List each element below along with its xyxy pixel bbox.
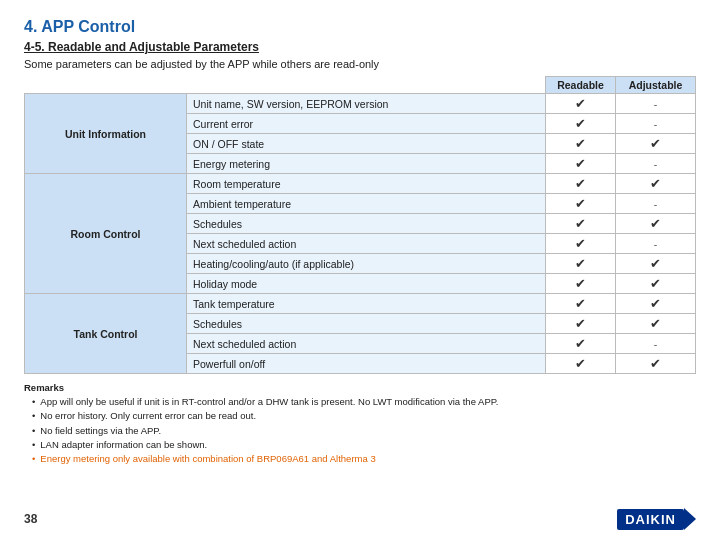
param-name: Heating/cooling/auto (if applicable) [186,254,545,274]
param-name: ON / OFF state [186,134,545,154]
adjustable-cell: - [616,234,696,254]
row-group-label: Room Control [25,174,187,294]
page: 4. APP Control 4-5. Readable and Adjusta… [0,0,720,540]
param-name: Current error [186,114,545,134]
remark-item: LAN adapter information can be shown. [32,438,696,451]
page-number: 38 [24,512,37,526]
readable-cell [546,314,616,334]
param-name: Tank temperature [186,294,545,314]
adjustable-cell: - [616,154,696,174]
adjustable-cell: - [616,334,696,354]
param-name: Energy metering [186,154,545,174]
remark-item: No field settings via the APP. [32,424,696,437]
adjustable-cell [616,274,696,294]
remarks-section: Remarks App will only be useful if unit … [24,382,696,466]
adjustable-cell [616,254,696,274]
col-header-readable: Readable [546,77,616,94]
table-row: Unit InformationUnit name, SW version, E… [25,94,696,114]
param-name: Ambient temperature [186,194,545,214]
readable-cell [546,214,616,234]
readable-cell [546,194,616,214]
adjustable-cell: - [616,114,696,134]
adjustable-cell [616,354,696,374]
daikin-logo-text: DAIKIN [617,509,684,530]
readable-cell [546,94,616,114]
row-group-label: Unit Information [25,94,187,174]
col-header-adjustable: Adjustable [616,77,696,94]
readable-cell [546,294,616,314]
param-name: Next scheduled action [186,334,545,354]
remarks-list: App will only be useful if unit is in RT… [24,395,696,465]
daikin-logo: DAIKIN [617,508,696,530]
adjustable-cell [616,174,696,194]
adjustable-cell [616,134,696,154]
adjustable-cell: - [616,194,696,214]
param-name: Powerfull on/off [186,354,545,374]
param-name: Holiday mode [186,274,545,294]
section-title: 4-5. Readable and Adjustable Parameters [24,40,696,54]
param-name: Unit name, SW version, EEPROM version [186,94,545,114]
page-title: 4. APP Control [24,18,696,36]
readable-cell [546,274,616,294]
readable-cell [546,334,616,354]
readable-cell [546,254,616,274]
readable-cell [546,354,616,374]
adjustable-cell [616,214,696,234]
readable-cell [546,234,616,254]
readable-cell [546,134,616,154]
param-name: Next scheduled action [186,234,545,254]
daikin-chevron-icon [684,508,696,530]
readable-cell [546,114,616,134]
remark-item: App will only be useful if unit is in RT… [32,395,696,408]
remark-item: No error history. Only current error can… [32,409,696,422]
table-row: Room ControlRoom temperature [25,174,696,194]
readable-cell [546,174,616,194]
adjustable-cell [616,294,696,314]
param-name: Schedules [186,314,545,334]
param-name: Room temperature [186,174,545,194]
intro-text: Some parameters can be adjusted by the A… [24,58,696,70]
footer: 38 DAIKIN [24,504,696,530]
params-table: Readable Adjustable Unit InformationUnit… [24,76,696,374]
remarks-title: Remarks [24,382,696,393]
param-name: Schedules [186,214,545,234]
row-group-label: Tank Control [25,294,187,374]
remark-item: Energy metering only available with comb… [32,452,696,465]
adjustable-cell [616,314,696,334]
table-row: Tank ControlTank temperature [25,294,696,314]
readable-cell [546,154,616,174]
adjustable-cell: - [616,94,696,114]
